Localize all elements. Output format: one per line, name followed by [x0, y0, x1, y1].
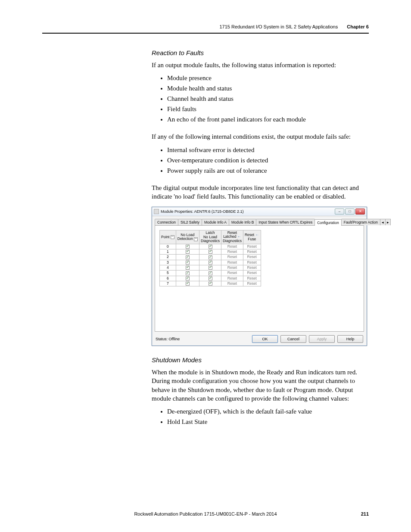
- checkbox-latch[interactable]: [209, 277, 212, 280]
- checkbox-latch[interactable]: [209, 250, 212, 254]
- table-row: 6ResetReset: [160, 276, 261, 281]
- tab-sil2-safety[interactable]: SIL2 Safety: [178, 219, 202, 225]
- list-failsafe-conditions: Internal software error is detected Over…: [167, 145, 369, 176]
- cancel-button[interactable]: Cancel: [280, 335, 306, 343]
- list-item: Channel health and status: [167, 93, 369, 104]
- cell-reset-fuse[interactable]: Reset: [243, 271, 261, 276]
- checkbox-latch[interactable]: [209, 255, 212, 259]
- table-row: 5ResetReset: [160, 271, 261, 276]
- header-check-icon[interactable]: [171, 235, 174, 239]
- checkbox-latch[interactable]: [209, 282, 212, 286]
- cell-point: 7: [160, 281, 176, 286]
- table-row: 0ResetReset: [160, 244, 261, 249]
- table-row: 3ResetReset: [160, 260, 261, 265]
- dialog-titlebar[interactable]: Module Properties: AENTR:6 (1715-OB8DE 2…: [152, 207, 367, 216]
- col-reset-fuse: Reset ←Fuse: [243, 230, 261, 244]
- cell-no-load: [176, 276, 199, 281]
- cell-latch: [199, 265, 221, 270]
- cell-point: 2: [160, 255, 176, 260]
- checkbox-no-load[interactable]: [186, 261, 190, 264]
- page-header: 1715 Redundant I/O System in SIL 2 Safet…: [42, 24, 369, 29]
- tab-configuration[interactable]: Configuration: [314, 219, 342, 226]
- table-row: 2ResetReset: [160, 255, 261, 260]
- ok-button[interactable]: OK: [252, 335, 278, 343]
- checkbox-no-load[interactable]: [186, 245, 190, 249]
- cell-latch: [199, 271, 221, 276]
- cell-reset-fuse[interactable]: Reset: [243, 249, 261, 254]
- cell-point: 4: [160, 265, 176, 270]
- cell-latch: [199, 281, 221, 286]
- para-reaction-intro: If an output module faults, the followin…: [152, 61, 369, 69]
- cell-no-load: [176, 271, 199, 276]
- section-heading-shutdown: Shutdown Modes: [152, 356, 369, 364]
- col-latch: LatchNo LoadDiagnostics: [199, 230, 221, 244]
- checkbox-no-load[interactable]: [186, 266, 190, 270]
- cell-latch: [199, 260, 221, 265]
- checkbox-latch[interactable]: [209, 261, 212, 264]
- tab-scroll-right-icon[interactable]: ▸: [385, 219, 391, 225]
- page-number: 211: [361, 511, 369, 516]
- cell-reset-latched[interactable]: Reset: [221, 276, 243, 281]
- checkbox-latch[interactable]: [209, 245, 212, 249]
- cell-reset-latched[interactable]: Reset: [221, 249, 243, 254]
- list-item: Hold Last State: [167, 417, 369, 427]
- cell-reset-latched[interactable]: Reset: [221, 260, 243, 265]
- maximize-button[interactable]: □: [345, 208, 355, 215]
- cell-point: 1: [160, 249, 176, 254]
- checkbox-no-load[interactable]: [186, 255, 190, 259]
- cell-reset-fuse[interactable]: Reset: [243, 244, 261, 249]
- cell-reset-fuse[interactable]: Reset: [243, 281, 261, 286]
- section-heading-reaction: Reaction to Faults: [152, 49, 369, 56]
- tab-connection[interactable]: Connection: [155, 219, 178, 225]
- header-chapter: Chapter 6: [347, 24, 369, 29]
- configuration-table: Point No LoadDetection LatchNo LoadDiagn…: [159, 230, 261, 286]
- cell-reset-fuse[interactable]: Reset: [243, 255, 261, 260]
- apply-button[interactable]: Apply: [309, 335, 335, 343]
- tab-pane-configuration: Point No LoadDetection LatchNo LoadDiagn…: [155, 226, 364, 332]
- dialog-title: Module Properties: AENTR:6 (1715-OB8DE 2…: [161, 209, 244, 214]
- cell-no-load: [176, 255, 199, 260]
- help-button[interactable]: Help: [337, 335, 363, 343]
- minimize-button[interactable]: –: [335, 208, 344, 215]
- checkbox-no-load[interactable]: [186, 250, 190, 254]
- checkbox-no-load[interactable]: [186, 271, 190, 275]
- cell-no-load: [176, 260, 199, 265]
- close-button[interactable]: ✕: [355, 208, 365, 215]
- para-line-test: The digital output module incorporates l…: [152, 184, 369, 201]
- tab-module-info-a[interactable]: Module Info A: [202, 219, 229, 225]
- cell-point: 6: [160, 276, 176, 281]
- list-item: Module presence: [167, 73, 369, 83]
- checkbox-latch[interactable]: [209, 271, 212, 275]
- cell-latch: [199, 255, 221, 260]
- cell-reset-fuse[interactable]: Reset: [243, 276, 261, 281]
- cell-reset-latched[interactable]: Reset: [221, 265, 243, 270]
- checkbox-no-load[interactable]: [186, 282, 190, 286]
- page-footer: Rockwell Automation Publication 1715-UM0…: [0, 511, 411, 516]
- list-shutdown-values: De-energized (OFF), which is the default…: [167, 406, 369, 427]
- table-row: 7ResetReset: [160, 281, 261, 286]
- cell-reset-latched[interactable]: Reset: [221, 271, 243, 276]
- tab-module-info-b[interactable]: Module Info B: [229, 219, 256, 225]
- checkbox-latch[interactable]: [209, 266, 212, 270]
- cell-reset-latched[interactable]: Reset: [221, 244, 243, 249]
- cell-reset-latched[interactable]: Reset: [221, 281, 243, 286]
- checkbox-no-load[interactable]: [186, 277, 190, 280]
- cell-latch: [199, 276, 221, 281]
- cell-no-load: [176, 244, 199, 249]
- header-check-icon[interactable]: [194, 237, 198, 241]
- reset-arrow-icon[interactable]: ←: [237, 234, 241, 239]
- list-item: Power supply rails are out of tolerance: [167, 165, 369, 176]
- header-text: 1715 Redundant I/O System in SIL 2 Safet…: [219, 24, 338, 29]
- cell-reset-latched[interactable]: Reset: [221, 255, 243, 260]
- reset-arrow-icon[interactable]: ←: [255, 233, 259, 237]
- list-status-info: Module presence Module health and status…: [167, 73, 369, 124]
- list-item: Over-temperature condition is detected: [167, 155, 369, 165]
- tab-input-states[interactable]: Input States When CRTL Expires: [256, 219, 315, 225]
- tab-fault-program-action[interactable]: Fault/Program Action: [341, 219, 380, 225]
- cell-reset-fuse[interactable]: Reset: [243, 265, 261, 270]
- cell-reset-fuse[interactable]: Reset: [243, 260, 261, 265]
- status-text: Status: Offline: [156, 337, 180, 341]
- table-row: 4ResetReset: [160, 265, 261, 270]
- cell-point: 0: [160, 244, 176, 249]
- cell-latch: [199, 244, 221, 249]
